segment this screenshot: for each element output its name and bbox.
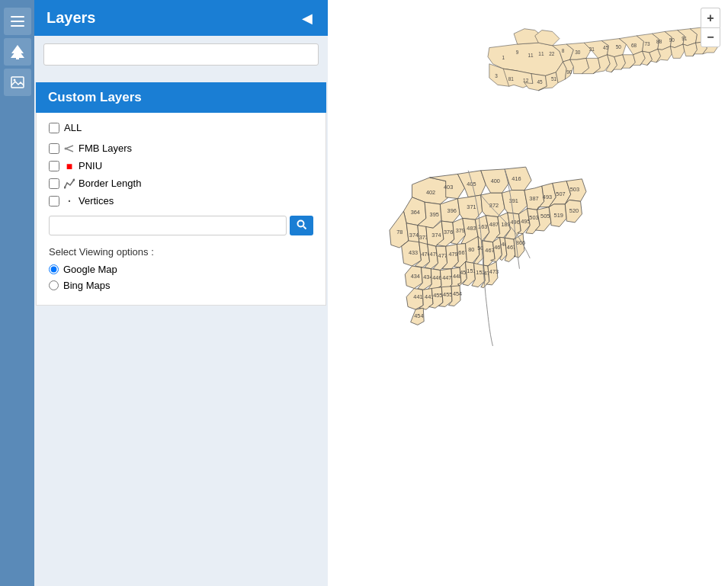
svg-text:433: 433 [409,249,418,256]
layers-panel: Layers ◀ Custom Layers ALL [34,0,328,586]
svg-text:163: 163 [478,223,487,230]
svg-text:483: 483 [467,225,476,232]
google-map-radio[interactable] [49,264,59,274]
svg-rect-6 [11,77,24,88]
svg-text:22: 22 [549,51,555,56]
svg-text:519: 519 [554,212,563,219]
custom-layers-body: ALL FMB Layers [36,113,326,306]
svg-text:374: 374 [409,232,419,239]
custom-layers-section: Custom Layers ALL [36,82,326,306]
svg-text:78: 78 [396,229,402,235]
svg-text:88: 88 [656,39,662,44]
fmb-label[interactable]: FMB Layers [64,142,132,154]
svg-text:12: 12 [523,78,529,83]
svg-text:73: 73 [644,41,650,46]
svg-text:50: 50 [616,44,622,50]
layers-collapse-button[interactable]: ◀ [299,10,316,27]
fmb-layer-row: FMB Layers [49,142,313,154]
bing-maps-label[interactable]: Bing Maps [63,280,110,291]
layers-title: Layers [47,9,96,27]
svg-text:374: 374 [431,232,441,239]
svg-text:400: 400 [491,178,500,184]
fmb-checkbox[interactable] [49,143,59,154]
all-label[interactable]: ALL [64,122,82,133]
svg-text:402: 402 [426,189,435,196]
svg-text:520: 520 [569,207,579,214]
viewing-options-label: Select Viewing options : [49,246,313,258]
pniu-label[interactable]: ■ PNIU [64,160,102,171]
panel-search-input[interactable] [43,43,319,66]
zoom-in-button[interactable]: + [701,8,720,27]
svg-text:455: 455 [443,291,452,298]
svg-text:447: 447 [442,274,451,281]
zoom-out-button[interactable]: − [701,27,720,47]
svg-rect-5 [16,56,19,59]
svg-text:454: 454 [414,312,423,319]
svg-text:387: 387 [529,195,538,202]
svg-text:30: 30 [575,50,581,55]
svg-text:479: 479 [448,251,457,258]
image-icon-button[interactable] [4,69,31,96]
svg-text:372: 372 [489,202,499,209]
svg-line-9 [66,149,73,152]
svg-text:441: 441 [413,293,422,300]
custom-layers-title: Custom Layers [48,90,142,104]
border-checkbox[interactable] [49,178,59,189]
panel-search-area [34,36,328,73]
svg-text:91: 91 [681,36,688,41]
all-checkbox[interactable] [49,123,59,133]
svg-text:364: 364 [411,209,420,216]
svg-text:454: 454 [453,290,462,297]
layer-search-row: 7AC8U1DGMYBKH0 [49,216,313,235]
border-label[interactable]: Border Length [64,178,141,189]
svg-text:505: 505 [540,213,550,219]
svg-text:80: 80 [468,246,474,253]
svg-text:473: 473 [489,268,499,275]
bing-maps-radio[interactable] [49,280,59,290]
map-area[interactable]: + − 1 9 11 11 22 [328,0,728,586]
svg-text:45: 45 [603,45,609,50]
svg-text:81: 81 [508,76,515,82]
pniu-checkbox[interactable] [49,161,59,171]
svg-text:507: 507 [556,191,565,197]
svg-text:11: 11 [538,51,544,56]
svg-text:496: 496 [510,219,519,226]
custom-layers-header: Custom Layers [36,82,326,113]
layer-search-input[interactable]: 7AC8U1DGMYBKH0 [49,216,287,235]
vertices-label[interactable]: · Vertices [64,195,114,207]
svg-text:11: 11 [528,53,534,58]
svg-text:90: 90 [566,69,572,75]
svg-text:416: 416 [512,175,521,182]
svg-text:455: 455 [433,292,442,299]
border-icon [64,178,75,189]
layer-search-button[interactable] [290,216,313,235]
vertices-icon: · [64,196,75,207]
svg-line-14 [303,226,306,229]
svg-text:503: 503 [529,214,538,221]
all-checkbox-row: ALL [49,122,313,133]
svg-point-10 [65,147,67,149]
svg-rect-1 [11,21,24,22]
svg-text:371: 371 [467,203,476,210]
svg-text:51: 51 [551,76,557,82]
svg-text:493: 493 [543,194,552,200]
svg-text:90: 90 [669,37,675,43]
menu-button[interactable] [4,8,31,35]
svg-text:379: 379 [456,227,465,234]
sidebar [0,0,34,586]
google-map-radio-row: Google Map [49,264,313,275]
border-layer-row: Border Length [49,178,313,189]
svg-text:3: 3 [495,73,498,78]
svg-text:396: 396 [447,207,457,214]
google-map-label[interactable]: Google Map [63,264,117,275]
svg-text:403: 403 [444,184,453,191]
tree-icon-button[interactable] [4,38,31,66]
svg-text:45: 45 [537,79,543,85]
pniu-layer-row: ■ PNIU [49,160,313,171]
svg-text:8: 8 [562,48,565,53]
zoom-controls: + − [701,8,720,47]
vertices-checkbox[interactable] [49,196,59,207]
svg-point-13 [298,221,304,227]
svg-rect-15 [328,23,728,562]
svg-text:467: 467 [485,247,494,254]
